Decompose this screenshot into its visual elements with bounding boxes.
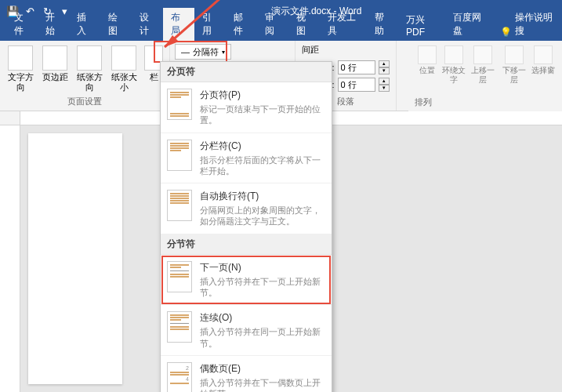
page-setup-label: 页面设置 [67,94,102,107]
next-page-item[interactable]: 下一页(N) 插入分节符并在下一页上开始新节。 [161,255,332,306]
tab-layout[interactable]: 布局 [163,8,194,41]
continuous-item[interactable]: 连续(O) 插入分节符并在同一页上开始新节。 [161,305,332,356]
tab-baidu[interactable]: 百度网盘 [445,8,492,41]
page[interactable] [28,133,122,384]
margins-icon [42,45,67,71]
wrap-icon [444,45,463,64]
chevron-down-icon: ▾ [222,49,225,56]
spacing-after-down[interactable]: ▼ [379,85,390,92]
column-break-item[interactable]: 分栏符(C) 指示分栏符后面的文字将从下一栏开始。 [161,133,332,184]
text-wrap-icon [167,190,192,221]
breaks-button[interactable]: — 分隔符 ▾ [175,44,231,60]
arrange-group: 位置 环绕文字 上移一层 下移一层 选择窗 排列 [408,41,562,111]
position-button[interactable]: 位置 [415,44,440,75]
tab-home[interactable]: 开始 [38,8,69,41]
next-page-icon [167,261,192,292]
arrange-label: 排列 [415,95,556,108]
page-break-item[interactable]: 分页符(P) 标记一页结束与下一页开始的位置。 [161,82,332,133]
text-direction-icon [8,45,33,71]
selection-icon [534,45,553,64]
spacing-after-up[interactable]: ▲ [379,78,390,85]
column-break-icon [167,140,192,171]
even-page-item[interactable]: 2 4 偶数页(E) 插入分节符并在下一偶数页上开始新节。 [161,356,332,392]
orientation-icon [77,45,102,71]
backward-button[interactable]: 下移一层 [499,44,529,85]
tab-review[interactable]: 审阅 [257,8,288,41]
ruler-vertical [0,125,20,392]
tab-references[interactable]: 引用 [194,8,226,41]
margins-button[interactable]: 页边距 [39,44,71,82]
orientation-button[interactable]: 纸张方向 [74,44,105,93]
tab-wanxing[interactable]: 万兴PDF [398,10,445,41]
page-breaks-header: 分页符 [161,62,332,82]
page-setup-group: 文字方向 页边距 纸张方向 纸张大小 栏 页面设置 [0,41,170,111]
spacing-after-input[interactable] [338,78,375,92]
section-breaks-header: 分节符 [161,234,332,255]
spacing-before-up[interactable]: ▲ [379,60,390,67]
tab-file[interactable]: 文件 [6,8,38,41]
even-page-icon: 2 4 [167,362,192,392]
paragraph-label: 段落 [337,94,354,107]
wrap-button[interactable]: 环绕文字 [441,44,466,85]
position-icon [418,45,437,64]
tab-help[interactable]: 帮助 [367,8,398,41]
text-direction-button[interactable]: 文字方向 [5,44,36,93]
text-wrap-item[interactable]: 自动换行符(T) 分隔网页上的对象周围的文字，如分隔题注文字与正文。 [161,183,332,234]
tab-developer[interactable]: 开发工具 [320,8,367,41]
selection-button[interactable]: 选择窗 [531,44,556,75]
tab-view[interactable]: 视图 [288,8,320,41]
backward-icon [505,45,524,64]
spacing-before-down[interactable]: ▼ [379,67,390,74]
tab-design[interactable]: 设计 [132,8,163,41]
ribbon-tabs: 文件 开始 插入 绘图 设计 布局 引用 邮件 审阅 视图 开发工具 帮助 万兴… [0,22,562,41]
tab-mailings[interactable]: 邮件 [226,8,257,41]
tab-insert[interactable]: 插入 [69,8,100,41]
tab-tell-me[interactable]: 操作说明搜 [515,8,562,41]
continuous-icon [167,311,192,343]
forward-button[interactable]: 上移一层 [468,44,498,85]
forward-icon [473,45,492,64]
breaks-dropdown: 分页符 分页符(P) 标记一页结束与下一页开始的位置。 分栏符(C) 指示分栏符… [160,61,332,392]
spacing-before-input[interactable] [338,60,375,74]
page-break-icon [167,89,192,120]
size-icon [111,45,136,71]
tell-me-icon[interactable]: 💡 [492,24,515,41]
size-button[interactable]: 纸张大小 [108,44,140,93]
tab-draw[interactable]: 绘图 [100,8,132,41]
